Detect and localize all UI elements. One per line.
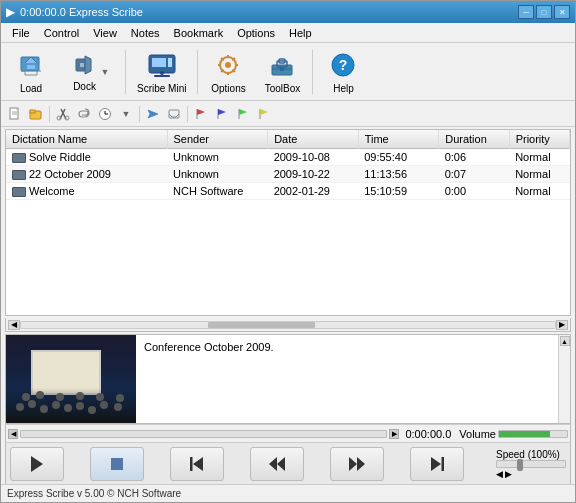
dock-dropdown-arrow[interactable]: ▼ xyxy=(101,67,110,77)
speed-label: Speed (100%) xyxy=(496,449,560,460)
head-1 xyxy=(16,403,24,411)
col-time[interactable]: Time xyxy=(358,130,439,149)
cell-duration: 0:06 xyxy=(439,149,509,166)
col-dictation[interactable]: Dictation Name xyxy=(6,130,167,149)
cell-sender: Unknown xyxy=(167,149,268,166)
flag3-button[interactable] xyxy=(233,104,253,124)
sub-toolbar: ▼ xyxy=(1,101,575,127)
forward-button[interactable] xyxy=(330,447,384,481)
speed-track[interactable] xyxy=(496,460,566,468)
flag2-icon xyxy=(215,107,229,121)
toolbar-sep-3 xyxy=(312,50,313,94)
menu-help[interactable]: Help xyxy=(282,24,319,42)
stop-button[interactable] xyxy=(90,447,144,481)
cell-date: 2009-10-22 xyxy=(268,166,359,183)
table-scrollbar-h[interactable]: ◀ ▶ xyxy=(5,318,571,332)
toolbox-button[interactable]: ToolBox xyxy=(256,46,308,98)
table-body: Solve Riddle Unknown 2009-10-08 09:55:40… xyxy=(6,149,570,200)
preview-scroll-up[interactable]: ▲ xyxy=(560,336,570,346)
cell-time: 15:10:59 xyxy=(358,183,439,200)
table-row[interactable]: Welcome NCH Software 2002-01-29 15:10:59… xyxy=(6,183,570,200)
cut-button[interactable] xyxy=(53,104,73,124)
head-6 xyxy=(76,402,84,410)
menu-bar: File Control View Notes Bookmark Options… xyxy=(1,23,575,43)
clock-button[interactable] xyxy=(95,104,115,124)
scroll-track-h[interactable] xyxy=(20,321,556,329)
cell-date: 2002-01-29 xyxy=(268,183,359,200)
cell-dictation: Solve Riddle xyxy=(6,149,167,166)
open-file-button[interactable] xyxy=(26,104,46,124)
options-label: Options xyxy=(211,83,245,94)
close-button[interactable]: ✕ xyxy=(554,5,570,19)
volume-bar[interactable] xyxy=(498,430,568,438)
speed-area: Speed (100%) ◀ ▶ xyxy=(496,449,566,479)
help-icon: ? xyxy=(327,50,359,81)
table-row[interactable]: 22 October 2009 Unknown 2009-10-22 11:13… xyxy=(6,166,570,183)
svg-marker-48 xyxy=(31,456,43,472)
toolbar-sep-2 xyxy=(197,50,198,94)
progress-right-button[interactable]: ▶ xyxy=(389,429,399,439)
col-date[interactable]: Date xyxy=(268,130,359,149)
title-bar: ▶ 0:00:00.0 Express Scribe ─ □ ✕ xyxy=(1,1,575,23)
dictation-table-container[interactable]: Dictation Name Sender Date Time Duration… xyxy=(5,129,571,316)
menu-notes[interactable]: Notes xyxy=(124,24,167,42)
options-button[interactable]: Options xyxy=(202,46,254,98)
table-row[interactable]: Solve Riddle Unknown 2009-10-08 09:55:40… xyxy=(6,149,570,166)
col-duration[interactable]: Duration xyxy=(439,130,509,149)
menu-view[interactable]: View xyxy=(86,24,124,42)
speed-left-arrow[interactable]: ◀ xyxy=(496,469,503,479)
menu-options[interactable]: Options xyxy=(230,24,282,42)
maximize-button[interactable]: □ xyxy=(536,5,552,19)
flag1-icon xyxy=(194,107,208,121)
speed-thumb[interactable] xyxy=(517,459,523,471)
dock-button[interactable]: Dock ▼ xyxy=(59,46,121,98)
scroll-right-button[interactable]: ▶ xyxy=(556,320,568,330)
preview-scrollbar[interactable]: ▲ xyxy=(558,335,570,423)
flag1-button[interactable] xyxy=(191,104,211,124)
head-10 xyxy=(22,393,30,401)
cell-duration: 0:07 xyxy=(439,166,509,183)
svg-marker-43 xyxy=(218,109,226,115)
paperclip-button[interactable] xyxy=(74,104,94,124)
load-icon xyxy=(15,50,47,81)
scroll-thumb-h[interactable] xyxy=(208,322,315,328)
speed-right-arrow[interactable]: ▶ xyxy=(505,469,512,479)
flag2-button[interactable] xyxy=(212,104,232,124)
progress-track[interactable] xyxy=(20,430,387,438)
menu-file[interactable]: File xyxy=(5,24,37,42)
svg-marker-47 xyxy=(260,109,268,115)
scribe-mini-label: Scribe Mini xyxy=(137,83,186,94)
cut-icon xyxy=(56,107,70,121)
menu-bookmark[interactable]: Bookmark xyxy=(167,24,231,42)
head-11 xyxy=(36,391,44,399)
play-button[interactable] xyxy=(10,447,64,481)
subbar-sep-2 xyxy=(139,106,140,122)
end-button[interactable] xyxy=(410,447,464,481)
cell-duration: 0:00 xyxy=(439,183,509,200)
scroll-left-button[interactable]: ◀ xyxy=(8,320,20,330)
beginning-button[interactable] xyxy=(170,447,224,481)
load-button[interactable]: Load xyxy=(5,46,57,98)
stop-icon xyxy=(108,455,126,473)
playback-controls: Speed (100%) ◀ ▶ xyxy=(5,442,571,484)
col-sender[interactable]: Sender xyxy=(167,130,268,149)
clock-icon xyxy=(98,107,112,121)
send-button[interactable] xyxy=(143,104,163,124)
help-button[interactable]: ? Help xyxy=(317,46,369,98)
scribe-mini-button[interactable]: Scribe Mini xyxy=(130,46,193,98)
new-file-button[interactable] xyxy=(5,104,25,124)
dropdown-button[interactable]: ▼ xyxy=(116,104,136,124)
rewind-button[interactable] xyxy=(250,447,304,481)
col-priority[interactable]: Priority xyxy=(509,130,569,149)
progress-left-button[interactable]: ◀ xyxy=(8,429,18,439)
inbox-icon xyxy=(167,107,181,121)
menu-control[interactable]: Control xyxy=(37,24,86,42)
conference-image xyxy=(6,335,136,423)
svg-rect-5 xyxy=(152,58,166,67)
flag4-button[interactable] xyxy=(254,104,274,124)
inbox-button[interactable] xyxy=(164,104,184,124)
minimize-button[interactable]: ─ xyxy=(518,5,534,19)
svg-marker-38 xyxy=(148,110,158,118)
rewind-icon xyxy=(267,455,287,473)
speed-arrows: ◀ ▶ xyxy=(496,469,512,479)
